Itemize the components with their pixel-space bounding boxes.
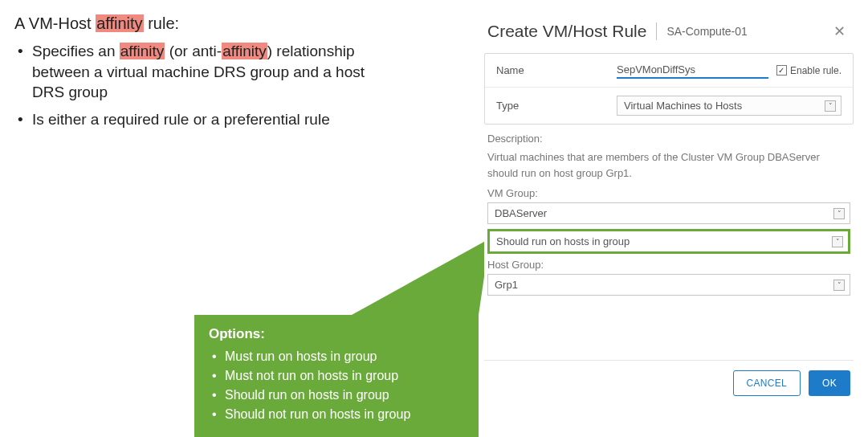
rule-behavior-select[interactable]: Should run on hosts in group ˅ — [487, 229, 850, 254]
bullet-2: Is either a required rule or a preferent… — [14, 109, 392, 130]
b1-b: (or anti- — [165, 43, 222, 59]
enable-rule-label: Enable rule. — [790, 65, 842, 76]
create-rule-dialog: Create VM/Host Rule SA-Compute-01 ✕ Name… — [484, 14, 854, 399]
options-callout: Options: Must run on hosts in group Must… — [194, 315, 479, 437]
dialog-title: Create VM/Host Rule — [487, 22, 646, 41]
dialog-header: Create VM/Host Rule SA-Compute-01 ✕ — [484, 14, 854, 53]
vmgroup-select[interactable]: DBAServer ˅ — [487, 202, 850, 224]
cancel-button[interactable]: CANCEL — [733, 370, 801, 396]
callout-list: Must run on hosts in group Must not run … — [209, 347, 464, 424]
dialog-footer: CANCEL OK — [484, 360, 854, 399]
type-select[interactable]: Virtual Machines to Hosts ˅ — [617, 96, 842, 116]
enable-rule-wrap[interactable]: ✓ Enable rule. — [776, 65, 842, 76]
form-box: Name ✓ Enable rule. Type Virtual Machine… — [484, 53, 854, 125]
rule-behavior-value: Should run on hosts in group — [496, 235, 630, 247]
highlight-affinity-3: affinity — [222, 43, 267, 59]
hostgroup-select[interactable]: Grp1 ˅ — [487, 274, 850, 296]
vmgroup-label: VM Group: — [487, 187, 850, 199]
chevron-down-icon: ˅ — [825, 100, 836, 112]
callout-item: Must not run on hosts in group — [209, 366, 464, 386]
row-type: Type Virtual Machines to Hosts ˅ — [485, 88, 853, 124]
chevron-down-icon: ˅ — [832, 236, 843, 247]
bullet-1: Specifies an affinity (or anti-affinity)… — [14, 41, 392, 103]
chevron-down-icon: ˅ — [833, 208, 845, 219]
checkbox-icon[interactable]: ✓ — [776, 65, 787, 76]
name-label: Name — [496, 64, 617, 76]
bullet-list: Specifies an affinity (or anti-affinity)… — [14, 41, 392, 130]
description-label: Description: — [487, 133, 850, 145]
type-label: Type — [496, 100, 617, 112]
hostgroup-value: Grp1 — [495, 279, 518, 291]
heading-pre: A VM-Host — [14, 14, 96, 32]
slide-text: A VM-Host affinity rule: Specifies an af… — [14, 14, 392, 137]
hostgroup-label: Host Group: — [487, 259, 850, 271]
dialog-subtitle: SA-Compute-01 — [666, 25, 747, 38]
callout-title: Options: — [209, 326, 464, 342]
highlight-affinity-2: affinity — [120, 43, 165, 59]
highlight-affinity: affinity — [96, 14, 143, 32]
svg-marker-0 — [352, 239, 490, 315]
description-text: Virtual machines that are members of the… — [487, 149, 850, 181]
heading-post: rule: — [144, 14, 179, 32]
description-block: Description: Virtual machines that are m… — [484, 125, 854, 181]
type-value: Virtual Machines to Hosts — [624, 100, 742, 112]
callout-item: Should not run on hosts in group — [209, 405, 464, 424]
divider — [656, 22, 657, 40]
chevron-down-icon: ˅ — [833, 280, 845, 291]
vmgroup-value: DBAServer — [495, 207, 547, 219]
row-name: Name ✓ Enable rule. — [485, 54, 853, 88]
ok-button[interactable]: OK — [809, 370, 850, 396]
name-input[interactable] — [617, 62, 768, 79]
heading: A VM-Host affinity rule: — [14, 14, 392, 33]
close-icon[interactable]: ✕ — [829, 21, 850, 42]
b1-a: Specifies an — [32, 43, 120, 59]
callout-item: Must run on hosts in group — [209, 347, 464, 366]
callout-item: Should run on hosts in group — [209, 386, 464, 405]
